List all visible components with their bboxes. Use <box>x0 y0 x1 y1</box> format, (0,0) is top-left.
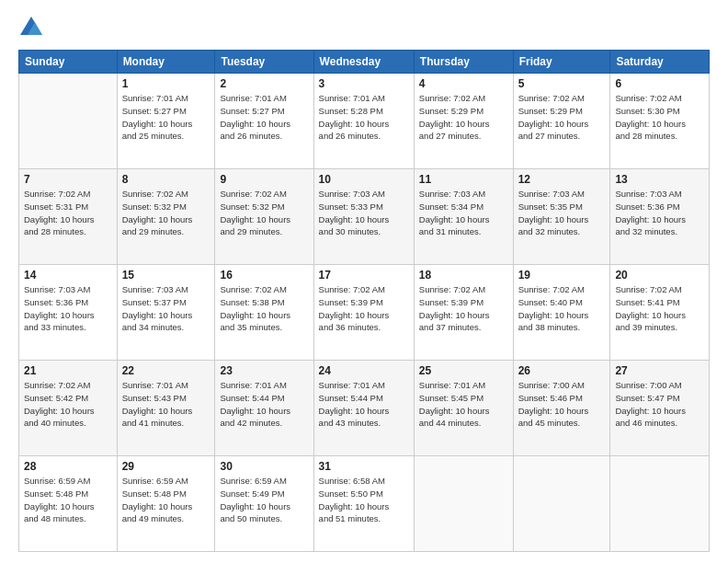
day-number: 12 <box>518 173 606 186</box>
day-number: 13 <box>615 173 704 186</box>
day-cell <box>414 456 513 552</box>
day-number: 1 <box>122 77 210 90</box>
day-info: Sunrise: 6:58 AM Sunset: 5:50 PM Dayligh… <box>319 475 409 525</box>
day-cell: 20Sunrise: 7:02 AM Sunset: 5:41 PM Dayli… <box>610 265 710 361</box>
day-number: 15 <box>122 269 210 282</box>
day-cell: 30Sunrise: 6:59 AM Sunset: 5:49 PM Dayli… <box>215 456 313 552</box>
day-number: 26 <box>518 364 606 377</box>
logo-icon <box>18 15 44 40</box>
day-number: 19 <box>518 269 606 282</box>
week-row-0: 1Sunrise: 7:01 AM Sunset: 5:27 PM Daylig… <box>19 74 710 169</box>
day-cell: 16Sunrise: 7:02 AM Sunset: 5:38 PM Dayli… <box>215 265 313 361</box>
day-cell: 27Sunrise: 7:00 AM Sunset: 5:47 PM Dayli… <box>610 361 710 456</box>
day-cell: 28Sunrise: 6:59 AM Sunset: 5:48 PM Dayli… <box>19 456 118 552</box>
col-header-friday: Friday <box>513 51 610 74</box>
day-info: Sunrise: 7:02 AM Sunset: 5:41 PM Dayligh… <box>615 283 704 334</box>
day-number: 24 <box>319 364 409 377</box>
day-info: Sunrise: 7:01 AM Sunset: 5:44 PM Dayligh… <box>220 379 308 430</box>
header-row: SundayMondayTuesdayWednesdayThursdayFrid… <box>19 51 710 74</box>
day-number: 30 <box>220 460 308 473</box>
day-info: Sunrise: 7:02 AM Sunset: 5:29 PM Dayligh… <box>518 92 606 143</box>
day-info: Sunrise: 6:59 AM Sunset: 5:48 PM Dayligh… <box>122 475 210 525</box>
day-info: Sunrise: 6:59 AM Sunset: 5:49 PM Dayligh… <box>220 475 308 525</box>
day-cell: 18Sunrise: 7:02 AM Sunset: 5:39 PM Dayli… <box>414 265 513 361</box>
day-number: 28 <box>24 460 112 473</box>
day-info: Sunrise: 7:01 AM Sunset: 5:43 PM Dayligh… <box>122 379 210 430</box>
day-info: Sunrise: 7:00 AM Sunset: 5:46 PM Dayligh… <box>518 379 606 430</box>
col-header-thursday: Thursday <box>414 51 513 74</box>
day-info: Sunrise: 7:02 AM Sunset: 5:30 PM Dayligh… <box>615 92 704 143</box>
day-cell: 7Sunrise: 7:02 AM Sunset: 5:31 PM Daylig… <box>19 169 118 265</box>
col-header-wednesday: Wednesday <box>313 51 414 74</box>
day-cell: 2Sunrise: 7:01 AM Sunset: 5:27 PM Daylig… <box>215 74 313 169</box>
day-number: 27 <box>615 364 704 377</box>
day-info: Sunrise: 6:59 AM Sunset: 5:48 PM Dayligh… <box>24 475 112 525</box>
day-info: Sunrise: 7:03 AM Sunset: 5:33 PM Dayligh… <box>319 188 409 238</box>
day-info: Sunrise: 7:02 AM Sunset: 5:32 PM Dayligh… <box>122 188 210 238</box>
day-cell: 10Sunrise: 7:03 AM Sunset: 5:33 PM Dayli… <box>313 169 414 265</box>
day-info: Sunrise: 7:03 AM Sunset: 5:37 PM Dayligh… <box>122 283 210 334</box>
week-row-3: 21Sunrise: 7:02 AM Sunset: 5:42 PM Dayli… <box>19 361 710 456</box>
day-number: 20 <box>615 269 704 282</box>
day-number: 31 <box>319 460 409 473</box>
day-info: Sunrise: 7:02 AM Sunset: 5:39 PM Dayligh… <box>319 283 409 334</box>
day-number: 3 <box>319 77 409 90</box>
day-info: Sunrise: 7:02 AM Sunset: 5:40 PM Dayligh… <box>518 283 606 334</box>
day-number: 11 <box>419 173 508 186</box>
day-number: 10 <box>319 173 409 186</box>
day-number: 14 <box>24 269 112 282</box>
day-number: 7 <box>24 173 112 186</box>
day-cell: 22Sunrise: 7:01 AM Sunset: 5:43 PM Dayli… <box>117 361 215 456</box>
week-row-1: 7Sunrise: 7:02 AM Sunset: 5:31 PM Daylig… <box>19 169 710 265</box>
day-cell: 31Sunrise: 6:58 AM Sunset: 5:50 PM Dayli… <box>313 456 414 552</box>
day-number: 23 <box>220 364 308 377</box>
day-number: 2 <box>220 77 308 90</box>
day-cell: 14Sunrise: 7:03 AM Sunset: 5:36 PM Dayli… <box>19 265 118 361</box>
day-number: 22 <box>122 364 210 377</box>
day-cell: 15Sunrise: 7:03 AM Sunset: 5:37 PM Dayli… <box>117 265 215 361</box>
day-cell: 17Sunrise: 7:02 AM Sunset: 5:39 PM Dayli… <box>313 265 414 361</box>
day-info: Sunrise: 7:03 AM Sunset: 5:35 PM Dayligh… <box>518 188 606 238</box>
day-cell: 23Sunrise: 7:01 AM Sunset: 5:44 PM Dayli… <box>215 361 313 456</box>
day-cell: 6Sunrise: 7:02 AM Sunset: 5:30 PM Daylig… <box>610 74 710 169</box>
day-number: 16 <box>220 269 308 282</box>
day-info: Sunrise: 7:02 AM Sunset: 5:42 PM Dayligh… <box>24 379 112 430</box>
day-cell: 4Sunrise: 7:02 AM Sunset: 5:29 PM Daylig… <box>414 74 513 169</box>
day-info: Sunrise: 7:01 AM Sunset: 5:44 PM Dayligh… <box>319 379 409 430</box>
day-cell: 11Sunrise: 7:03 AM Sunset: 5:34 PM Dayli… <box>414 169 513 265</box>
col-header-monday: Monday <box>117 51 215 74</box>
day-cell: 1Sunrise: 7:01 AM Sunset: 5:27 PM Daylig… <box>117 74 215 169</box>
col-header-sunday: Sunday <box>19 51 118 74</box>
day-info: Sunrise: 7:02 AM Sunset: 5:38 PM Dayligh… <box>220 283 308 334</box>
day-number: 6 <box>615 77 704 90</box>
day-info: Sunrise: 7:01 AM Sunset: 5:28 PM Dayligh… <box>319 92 409 143</box>
day-number: 9 <box>220 173 308 186</box>
day-cell: 19Sunrise: 7:02 AM Sunset: 5:40 PM Dayli… <box>513 265 610 361</box>
logo <box>18 15 48 40</box>
day-cell <box>610 456 710 552</box>
day-cell: 25Sunrise: 7:01 AM Sunset: 5:45 PM Dayli… <box>414 361 513 456</box>
day-number: 4 <box>419 77 508 90</box>
page: SundayMondayTuesdayWednesdayThursdayFrid… <box>0 0 728 563</box>
day-number: 29 <box>122 460 210 473</box>
day-number: 5 <box>518 77 606 90</box>
day-info: Sunrise: 7:02 AM Sunset: 5:39 PM Dayligh… <box>419 283 508 334</box>
day-info: Sunrise: 7:02 AM Sunset: 5:32 PM Dayligh… <box>220 188 308 238</box>
day-cell <box>513 456 610 552</box>
day-info: Sunrise: 7:03 AM Sunset: 5:36 PM Dayligh… <box>24 283 112 334</box>
day-cell: 12Sunrise: 7:03 AM Sunset: 5:35 PM Dayli… <box>513 169 610 265</box>
day-info: Sunrise: 7:03 AM Sunset: 5:34 PM Dayligh… <box>419 188 508 238</box>
day-cell: 29Sunrise: 6:59 AM Sunset: 5:48 PM Dayli… <box>117 456 215 552</box>
day-info: Sunrise: 7:01 AM Sunset: 5:27 PM Dayligh… <box>122 92 210 143</box>
day-info: Sunrise: 7:02 AM Sunset: 5:29 PM Dayligh… <box>419 92 508 143</box>
calendar-table: SundayMondayTuesdayWednesdayThursdayFrid… <box>18 50 710 552</box>
day-number: 25 <box>419 364 508 377</box>
day-info: Sunrise: 7:02 AM Sunset: 5:31 PM Dayligh… <box>24 188 112 238</box>
day-number: 18 <box>419 269 508 282</box>
day-number: 17 <box>319 269 409 282</box>
day-cell: 3Sunrise: 7:01 AM Sunset: 5:28 PM Daylig… <box>313 74 414 169</box>
day-info: Sunrise: 7:01 AM Sunset: 5:45 PM Dayligh… <box>419 379 508 430</box>
col-header-tuesday: Tuesday <box>215 51 313 74</box>
day-number: 8 <box>122 173 210 186</box>
day-cell: 8Sunrise: 7:02 AM Sunset: 5:32 PM Daylig… <box>117 169 215 265</box>
